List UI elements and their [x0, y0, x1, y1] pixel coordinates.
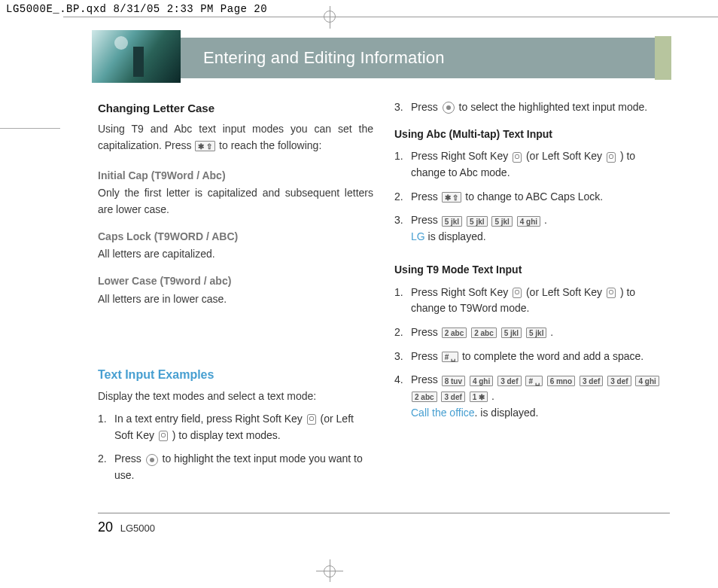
page-number: 20	[98, 519, 113, 535]
banner-photo	[92, 30, 181, 83]
key-3: 3 def	[607, 376, 631, 386]
right-column: Press to select the highlighted text inp…	[394, 99, 670, 492]
subhead-lower-case: Lower Case (T9word / abc)	[98, 273, 373, 290]
key-4: 4 ghi	[635, 376, 659, 386]
step-list: Press to select the highlighted text inp…	[394, 99, 670, 116]
left-column: Changing Letter Case Using T9 and Abc te…	[98, 99, 373, 492]
step-item: In a text entry field, press Right Soft …	[98, 411, 373, 443]
text: (or Left Soft Key	[526, 286, 605, 298]
chapter-title: Entering and Editing Information	[203, 48, 445, 68]
ok-key-icon	[443, 102, 455, 114]
step-item: Press Right Soft Key (or Left Soft Key )…	[394, 148, 670, 181]
key-3: 3 def	[497, 376, 521, 386]
text: Press	[411, 350, 441, 362]
model-name: LG5000	[120, 522, 155, 534]
text: .	[550, 326, 553, 338]
text: to reach the following:	[219, 139, 321, 151]
text: Press	[411, 373, 441, 385]
print-slug: LG5000E_.BP.qxd 8/31/05 2:33 PM Page 20	[6, 3, 267, 15]
heading-text-input-examples: Text Input Examples	[98, 366, 373, 385]
key-5: 5 jkl	[442, 216, 462, 227]
key-2: 2 abc	[442, 328, 467, 338]
text: to select the highlighted text input mod…	[459, 101, 648, 113]
softkey-icon	[307, 414, 316, 425]
step-item: Press Right Soft Key (or Left Soft Key )…	[394, 285, 670, 317]
result-text: Call the office	[411, 407, 475, 419]
registration-mark	[330, 6, 330, 29]
key-4: 4 ghi	[517, 216, 540, 227]
softkey-icon	[513, 288, 522, 298]
step-item: Press ✱ ⇧ to change to ABC Caps Lock.	[394, 189, 670, 206]
crop-mark	[63, 17, 718, 17]
text: Press Right Soft Key	[411, 286, 511, 298]
crop-mark	[0, 128, 60, 129]
step-list: In a text entry field, press Right Soft …	[98, 411, 373, 484]
text: Press	[411, 190, 441, 203]
page-footer: 20 LG5000	[98, 513, 670, 535]
key-2: 2 abc	[471, 328, 497, 338]
subhead-caps-lock: Caps Lock (T9WORD / ABC)	[98, 229, 373, 245]
key-2: 2 abc	[412, 391, 437, 402]
key-4: 4 ghi	[470, 376, 493, 386]
key-star: ✱ ⇧	[195, 141, 215, 151]
key-1: 1 ✱	[470, 391, 488, 402]
paragraph: All letters are in lower case.	[98, 291, 373, 308]
text: Press	[114, 452, 145, 465]
key-3: 3 def	[441, 391, 464, 402]
step-item: Press 8 tuv 4 ghi 3 def # ␣ 6 mno 3 def …	[394, 372, 670, 421]
text: (or Left Soft Key	[526, 150, 605, 162]
key-5: 5 jkl	[526, 328, 546, 338]
softkey-icon	[159, 431, 168, 441]
step-item: Press to select the highlighted text inp…	[394, 99, 670, 116]
step-list: Press Right Soft Key (or Left Soft Key )…	[394, 285, 670, 422]
key-5: 5 jkl	[501, 328, 522, 338]
heading-changing-case: Changing Letter Case	[98, 99, 373, 117]
softkey-icon	[607, 152, 616, 163]
paragraph: All letters are capitalized.	[98, 246, 373, 263]
key-6: 6 mno	[547, 376, 575, 386]
chapter-banner: Entering and Editing Information	[98, 38, 670, 78]
key-hash: # ␣	[525, 376, 542, 386]
paragraph: Using T9 and Abc text input modes you ca…	[98, 121, 373, 154]
text: to complete the word and add a space.	[462, 350, 643, 362]
text: Press	[411, 326, 441, 338]
text: . is displayed.	[475, 407, 539, 419]
page-content: Entering and Editing Information Changin…	[98, 38, 670, 535]
step-item: Press # ␣ to complete the word and add a…	[394, 349, 670, 365]
text: is displayed.	[428, 230, 486, 242]
subhead-initial-cap: Initial Cap (T9Word / Abc)	[98, 168, 373, 184]
text: In a text entry field, press Right Soft …	[114, 413, 306, 425]
text: to change to ABC Caps Lock.	[465, 190, 603, 203]
key-star: ✱ ⇧	[442, 192, 462, 203]
key-5: 5 jkl	[491, 216, 512, 227]
key-hash: # ␣	[442, 352, 458, 362]
result-text: LG	[411, 230, 425, 242]
registration-mark	[330, 559, 330, 582]
step-item: Press 2 abc 2 abc 5 jkl 5 jkl .	[394, 324, 670, 341]
tab-marker	[655, 36, 671, 80]
softkey-icon	[513, 152, 522, 163]
text: .	[491, 390, 494, 402]
softkey-icon	[607, 288, 616, 298]
key-5: 5 jkl	[467, 216, 487, 227]
text: ) to display text modes.	[172, 429, 281, 441]
key-3: 3 def	[580, 376, 603, 386]
text: Press	[411, 101, 441, 113]
step-item: Press 5 jkl 5 jkl 5 jkl 4 ghi . LG is di…	[394, 212, 670, 245]
paragraph: Display the text modes and select a text…	[98, 388, 373, 405]
text: .	[544, 214, 547, 226]
nav-key-icon	[146, 454, 158, 466]
text: Press Right Soft Key	[411, 150, 511, 162]
text: Press	[411, 214, 441, 226]
paragraph: Only the first letter is capitalized and…	[98, 185, 373, 218]
key-8: 8 tuv	[442, 376, 465, 386]
subhead-abc-input: Using Abc (Multi-tap) Text Input	[394, 126, 670, 143]
step-list: Press Right Soft Key (or Left Soft Key )…	[394, 148, 670, 245]
step-item: Press to highlight the text input mode y…	[98, 451, 373, 483]
subhead-t9-input: Using T9 Mode Text Input	[394, 262, 670, 279]
